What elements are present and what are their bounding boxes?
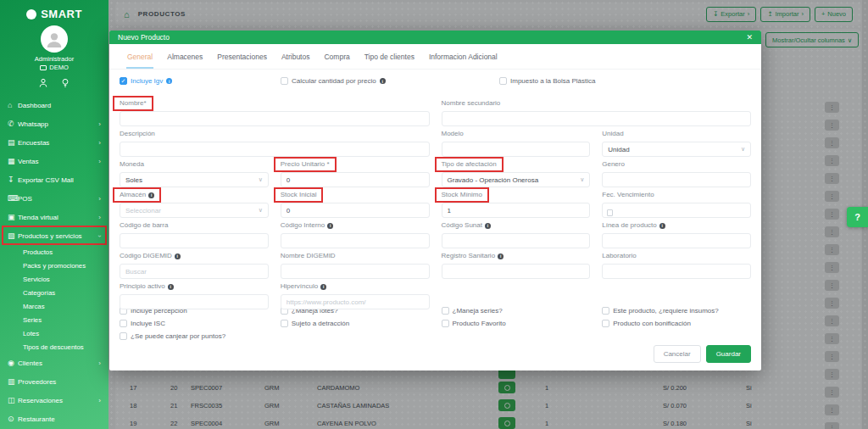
info-icon: i [659, 223, 665, 229]
checkbox-producto-bonificacion[interactable]: Producto con bonificación [602, 320, 751, 327]
checkbox-requiere-insumos[interactable]: Este producto, ¿requiere insumos? [602, 307, 751, 315]
codigo-interno-label-text: Código Interno [281, 221, 325, 230]
submenu-item-marcas[interactable]: Marcas [0, 299, 108, 313]
stock-minimo-label: Stock Mínimo [442, 191, 482, 199]
submenu-item-label: Packs y promociones [23, 262, 86, 270]
chevron-right-icon: › [98, 397, 101, 404]
fec-vencimiento-label: Fec. Vencimiento [602, 191, 654, 199]
tab-informacion-adicional[interactable]: Informacion Adicional [428, 53, 498, 69]
sidebar-item-encuestas[interactable]: ▤ Encuestas › [0, 133, 108, 152]
submenu-item-lotes[interactable]: Lotes [0, 326, 108, 340]
checkbox-calcular-cantidad[interactable]: Calcular cantidad por precio i [281, 77, 386, 85]
submenu-item-servicios[interactable]: Servicios [0, 272, 108, 286]
genero-label: Genero [602, 160, 625, 169]
checkbox-label: Producto con bonificación [613, 320, 691, 327]
checkbox-checked-icon: ✓ [120, 77, 127, 85]
submenu-item-tipos-descuentos[interactable]: Tipos de descuentos [0, 340, 108, 354]
sidebar-item-whatsapp[interactable]: ✆ Whatsapp › [0, 114, 108, 133]
sidebar-item-tienda-virtual[interactable]: ▣ Tienda virtual › [0, 208, 108, 226]
nombre-digemid-label: Nombre DIGEMID [281, 252, 336, 260]
checkbox-canjear-puntos[interactable]: ¿Se puede canjear por puntos? [120, 332, 269, 340]
avatar[interactable] [41, 25, 68, 53]
sidebar-item-pos[interactable]: ⌨ POS › [0, 189, 108, 208]
info-icon: i [380, 78, 386, 84]
checkbox-incluye-igv[interactable]: ✓ Incluye Igv i [120, 77, 172, 85]
checkbox-producto-favorito[interactable]: Producto Favorito [442, 320, 591, 327]
principio-activo-label: Principio activo i [120, 282, 174, 291]
checkbox-label: Calcular cantidad por precio [292, 77, 376, 85]
sidebar-item-ventas[interactable]: ▦ Ventas › [0, 152, 108, 170]
codigo-interno-label: Código Interno i [281, 221, 333, 230]
checkbox-sujeto-detraccion[interactable]: Sujeto a detracción [281, 320, 430, 327]
modelo-label: Modelo [442, 130, 464, 138]
checkbox-label: Sujeto a detracción [292, 320, 350, 327]
principio-activo-input[interactable] [120, 294, 269, 309]
submenu-item-categorias[interactable]: Categorías [0, 286, 108, 299]
spacer [442, 276, 591, 303]
tab-almacenes[interactable]: Almacenes [166, 53, 203, 69]
field-modelo: Modelo [442, 124, 591, 150]
org-card-icon [40, 65, 47, 70]
sidebar-item-dashboard[interactable]: ⌂ Dashboard [0, 96, 108, 114]
user-icon[interactable] [39, 78, 47, 87]
sidebar-item-label: Ventas [18, 158, 38, 165]
codigo-digemid-label: Código DIGEMID i [120, 252, 181, 260]
whatsapp-icon: ✆ [8, 120, 18, 128]
brand-name: SMART [41, 8, 82, 20]
sidebar-item-productos-servicios[interactable]: ▧ Productos y servicios › [0, 226, 108, 245]
sidebar-item-label: Restaurante [18, 415, 55, 423]
checkbox-impuesto-bolsa[interactable]: Impuesto a la Bolsa Plástica [499, 77, 596, 85]
principio-activo-label-text: Principio activo [120, 282, 165, 291]
checkbox-maneja-series[interactable]: ¿Maneja series? [442, 307, 591, 315]
checkbox-label: ¿Maneja series? [453, 307, 503, 315]
codigo-sunat-label-text: Código Sunat [442, 221, 482, 230]
tab-presentaciones[interactable]: Presentaciones [216, 53, 268, 69]
sidebar-item-clientes[interactable]: ◉ Clientes › [0, 354, 108, 372]
submenu-item-productos[interactable]: Productos [0, 245, 108, 259]
checkbox-icon [602, 320, 609, 327]
tipo-afectacion-label: Tipo de afectación [442, 160, 497, 169]
save-button[interactable]: Guardar [706, 345, 751, 363]
unidad-label: Unidad [602, 130, 623, 138]
tab-atributos[interactable]: Atributos [281, 53, 311, 69]
help-button[interactable]: ? [847, 207, 868, 227]
field-laboratorio: Laboratorio [602, 246, 751, 272]
survey-icon: ▤ [8, 138, 18, 147]
restaurant-icon: ⊙ [8, 415, 18, 423]
submenu-item-label: Servicios [23, 276, 50, 283]
sidebar-item-label: Whatsapp [18, 120, 48, 128]
chevron-right-icon: › [98, 195, 101, 203]
field-fec-vencimiento: Fec. Vencimiento [602, 185, 751, 211]
top-checkbox-row: ✓ Incluye Igv i Calcular cantidad por pr… [120, 75, 751, 93]
user-name: Administrador [0, 55, 108, 63]
close-icon[interactable]: ✕ [746, 34, 753, 42]
sidebar-item-reservaciones[interactable]: ◫ Reservaciones › [0, 391, 108, 410]
sidebar-menu: ⌂ Dashboard ✆ Whatsapp › ▤ Encuestas › ▦… [0, 96, 108, 429]
lightbulb-icon[interactable] [61, 78, 70, 88]
cancel-button[interactable]: Cancelar [654, 345, 701, 363]
dashboard-icon: ⌂ [8, 101, 18, 109]
chevron-right-icon: › [98, 158, 101, 165]
bottom-checkbox-row: ¿Se puede canjear por puntos? [120, 332, 751, 340]
submenu-item-packs[interactable]: Packs y promociones [0, 259, 108, 272]
checkbox-incluye-isc[interactable]: Incluye ISC [120, 320, 269, 327]
submenu-item-series[interactable]: Series [0, 313, 108, 326]
user-org: DEMO [0, 64, 108, 71]
clients-icon: ◉ [8, 359, 18, 367]
field-registro-sanitario: Registro Sanitario i [442, 246, 591, 272]
info-icon: i [175, 254, 181, 259]
linea-producto-label: Línea de producto i [602, 221, 665, 230]
hipervinculo-input[interactable] [281, 294, 430, 309]
info-icon: i [485, 223, 491, 229]
checkbox-label: Producto Favorito [453, 320, 506, 327]
tab-tipo-clientes[interactable]: Tipo de clientes [364, 53, 415, 69]
tab-general[interactable]: General [126, 53, 153, 69]
checkbox-icon [442, 307, 449, 315]
info-icon: i [166, 78, 172, 84]
sidebar-item-exportar-csv[interactable]: ↧ Exportar CSV Mall [0, 170, 108, 189]
sidebar-item-proveedores[interactable]: ▥ Proveedores [0, 372, 108, 391]
tab-compra[interactable]: Compra [323, 53, 350, 69]
sidebar-item-restaurante[interactable]: ⊙ Restaurante [0, 410, 108, 428]
user-org-label: DEMO [49, 64, 69, 71]
field-tipo-afectacion: Tipo de afectación Gravado - Operación O… [442, 154, 591, 181]
